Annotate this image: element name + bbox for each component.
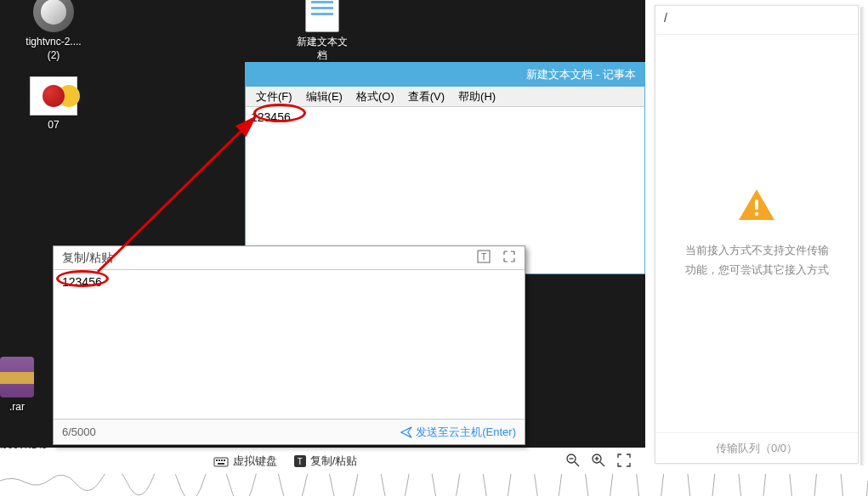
- copy-paste-panel: 复制/粘贴 T 123456 6/5000 发送至云主机(Enter): [53, 245, 525, 445]
- menu-help[interactable]: 帮助(H): [451, 87, 502, 106]
- clipboard-icon: T: [294, 455, 306, 467]
- rar-icon: [0, 357, 34, 397]
- textfile-icon: [305, 0, 339, 32]
- desktop-icon-tightvnc[interactable]: tightvnc-2.... (2): [24, 0, 83, 62]
- send-label: 发送至云主机(Enter): [416, 425, 516, 440]
- transfer-content: 当前接入方式不支持文件传输 功能，您可尝试其它接入方式: [655, 35, 858, 432]
- image-thumbnail-icon: [30, 76, 77, 116]
- svg-rect-5: [218, 459, 220, 461]
- warning-message-line1: 当前接入方式不支持文件传输: [685, 240, 829, 260]
- svg-rect-7: [224, 459, 225, 461]
- transfer-queue[interactable]: 传输队列（0/0）: [655, 432, 858, 463]
- menu-file[interactable]: 文件(F): [249, 87, 299, 106]
- file-transfer-panel: / 当前接入方式不支持文件传输 功能，您可尝试其它接入方式 传输队列（0/0）: [655, 5, 859, 464]
- send-button[interactable]: 发送至云主机(Enter): [400, 425, 516, 440]
- virtual-keyboard-button[interactable]: 虚拟键盘: [213, 454, 277, 469]
- notepad-title-text: 新建文本文档 - 记事本: [526, 67, 636, 82]
- copy-paste-button[interactable]: T 复制/粘贴: [294, 454, 358, 469]
- expand-icon[interactable]: [502, 250, 516, 266]
- svg-rect-3: [214, 458, 228, 466]
- copy-panel-title: 复制/粘贴: [62, 251, 113, 266]
- svg-rect-16: [755, 200, 758, 210]
- zoom-out-button[interactable]: [565, 453, 581, 471]
- warning-icon: [737, 188, 776, 227]
- svg-line-13: [600, 462, 604, 466]
- warning-message-line2: 功能，您可尝试其它接入方式: [685, 260, 829, 279]
- zoom-in-button[interactable]: [591, 453, 606, 471]
- notepad-window: 新建文本文档 - 记事本 文件(F) 编辑(E) 格式(O) 查看(V) 帮助(…: [245, 62, 645, 274]
- desktop-icon-07[interactable]: 07: [24, 76, 83, 132]
- svg-rect-6: [221, 459, 223, 461]
- notepad-menubar: 文件(F) 编辑(E) 格式(O) 查看(V) 帮助(H): [246, 87, 644, 107]
- desktop-icon-rar[interactable]: .rar: [0, 357, 43, 414]
- toolbar-label: 复制/粘贴: [310, 454, 358, 469]
- menu-format[interactable]: 格式(O): [349, 87, 401, 106]
- svg-line-10: [575, 462, 579, 466]
- path-display[interactable]: /: [655, 6, 858, 35]
- icon-label: 07: [24, 119, 83, 132]
- vnc-icon: [33, 0, 74, 32]
- svg-rect-8: [218, 463, 224, 465]
- svg-text:T: T: [481, 252, 486, 262]
- icon-label: 新建文本文档: [292, 36, 352, 62]
- icon-label: .rar: [0, 401, 43, 414]
- keyboard-icon: [213, 455, 229, 467]
- svg-point-17: [755, 211, 758, 215]
- text-mode-icon[interactable]: T: [477, 250, 491, 266]
- torn-edge-decoration: [0, 474, 868, 496]
- copy-panel-header: 复制/粘贴 T: [54, 246, 525, 270]
- bottom-toolbar: 虚拟键盘 T 复制/粘贴: [0, 448, 645, 474]
- menu-view[interactable]: 查看(V): [401, 87, 451, 106]
- toolbar-label: 虚拟键盘: [233, 454, 277, 469]
- icon-label: tightvnc-2....: [24, 36, 83, 49]
- icon-label: (2): [24, 49, 83, 63]
- menu-edit[interactable]: 编辑(E): [299, 87, 349, 106]
- desktop-icon-textdoc[interactable]: 新建文本文档: [292, 0, 352, 62]
- fullscreen-button[interactable]: [616, 453, 632, 471]
- copy-panel-footer: 6/5000 发送至云主机(Enter): [54, 419, 525, 444]
- copy-text-input[interactable]: 123456: [54, 270, 525, 419]
- svg-rect-4: [216, 459, 218, 461]
- notepad-titlebar[interactable]: 新建文本文档 - 记事本: [246, 63, 644, 87]
- char-count: 6/5000: [62, 426, 96, 438]
